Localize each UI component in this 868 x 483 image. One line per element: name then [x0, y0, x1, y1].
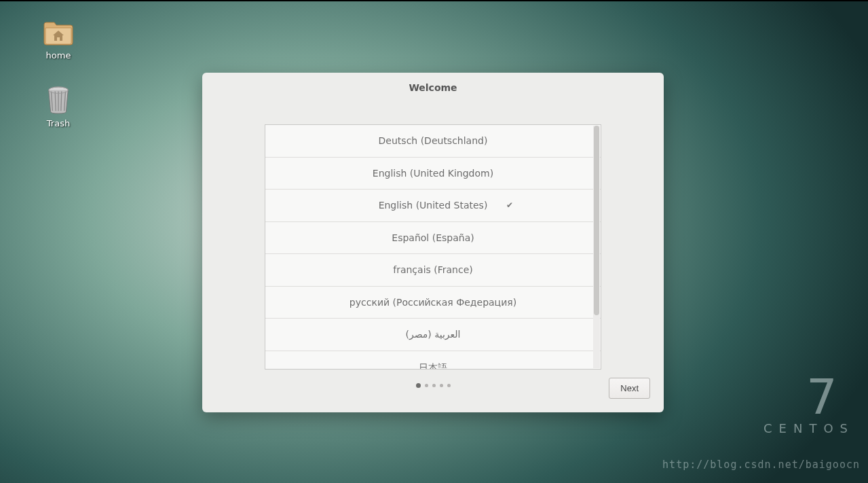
language-label: العربية (مصر): [406, 329, 461, 340]
language-option[interactable]: Deutsch (Deutschland): [265, 125, 601, 158]
language-option[interactable]: العربية (مصر): [265, 319, 601, 351]
pager-dot[interactable]: [440, 384, 443, 387]
language-option[interactable]: Español (España): [265, 222, 601, 255]
pager-dot[interactable]: [425, 384, 428, 387]
desktop-icon-home[interactable]: home: [31, 18, 86, 60]
pager-dot[interactable]: [416, 383, 421, 388]
language-option-selected[interactable]: English (United States) ✔: [265, 190, 601, 222]
watermark-text: http://blog.csdn.net/baigoocn: [662, 459, 860, 471]
pager-dots: [416, 383, 451, 388]
menu-bar[interactable]: [0, 0, 868, 1]
check-icon: ✔: [506, 200, 513, 210]
language-label: Deutsch (Deutschland): [379, 135, 488, 146]
language-label: English (United Kingdom): [373, 168, 493, 179]
os-version: 7: [763, 374, 854, 420]
scrollbar[interactable]: [593, 126, 600, 368]
language-label: русский (Российская Федерация): [350, 297, 516, 308]
desktop-icon-label: home: [46, 50, 71, 60]
trash-icon: [43, 86, 74, 114]
language-list[interactable]: Deutsch (Deutschland) English (United Ki…: [265, 124, 601, 370]
next-button[interactable]: Next: [609, 378, 650, 399]
language-option[interactable]: 日本語: [265, 351, 601, 370]
dialog-footer: Next: [216, 370, 650, 401]
language-option[interactable]: русский (Российская Федерация): [265, 287, 601, 319]
language-label: français (France): [393, 264, 473, 275]
scrollbar-thumb[interactable]: [594, 126, 599, 315]
desktop-icon-label: Trash: [47, 118, 70, 128]
os-name: CENTOS: [763, 421, 854, 435]
pager-dot[interactable]: [432, 384, 436, 387]
home-folder-icon: [43, 18, 74, 46]
language-label: English (United States): [379, 200, 488, 211]
language-option[interactable]: English (United Kingdom): [265, 158, 601, 190]
language-label: 日本語: [419, 362, 447, 370]
dialog-title: Welcome: [216, 82, 650, 103]
language-option[interactable]: français (France): [265, 254, 601, 287]
welcome-dialog: Welcome Deutsch (Deutschland) English (U…: [202, 73, 664, 412]
pager-dot[interactable]: [447, 384, 451, 387]
desktop-icon-trash[interactable]: Trash: [31, 86, 86, 128]
language-label: Español (España): [392, 232, 474, 243]
os-branding: 7 CENTOS: [763, 374, 854, 435]
